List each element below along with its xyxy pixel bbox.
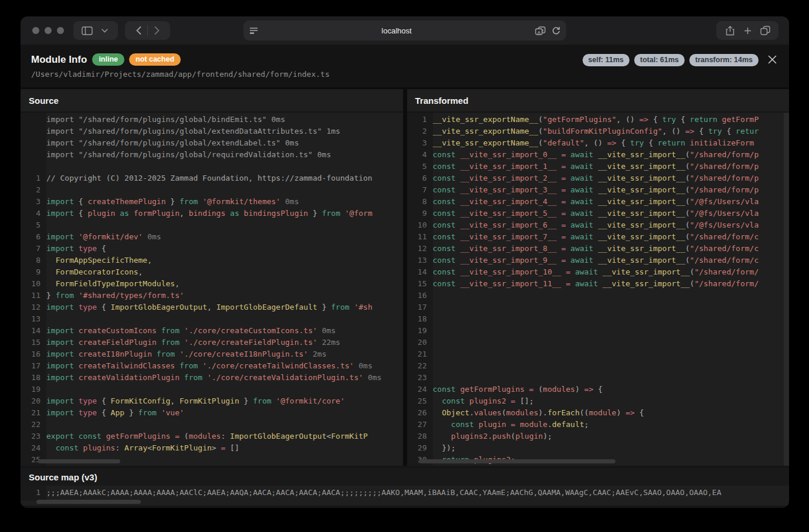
- code-text: import createFieldPlugin from './core/cr…: [46, 337, 340, 348]
- code-text: import type { FormKitConfig, FormKitPlug…: [46, 395, 345, 407]
- sidebar-menu-button[interactable]: [96, 21, 113, 40]
- forward-button[interactable]: [148, 21, 165, 40]
- code-line: 21import type { App } from 'vue': [21, 407, 403, 419]
- reader-icon[interactable]: [249, 27, 258, 35]
- code-line: 15const __vite_ssr_import_11__ = await _…: [407, 278, 790, 290]
- code-text: import createI18nPlugin from './core/cre…: [46, 348, 326, 360]
- code-line: 20: [407, 337, 790, 348]
- line-number: 5: [407, 161, 433, 172]
- code-line: 16import createI18nPlugin from './core/c…: [21, 348, 403, 360]
- line-number: 22: [407, 360, 433, 372]
- code-text: import { plugin as formPlugin, bindings …: [46, 208, 373, 219]
- tab-overview-button[interactable]: [756, 21, 774, 40]
- new-tab-button[interactable]: [739, 21, 756, 40]
- line-number: [21, 114, 46, 126]
- sourcemap-hscrollbar[interactable]: [36, 500, 141, 504]
- code-line: 11} from '#shared/types/form.ts': [21, 290, 403, 301]
- back-icon: [136, 26, 141, 35]
- status-badge: not cached: [129, 53, 181, 66]
- close-icon: [768, 55, 777, 64]
- code-line: 1__vite_ssr_exportName__("getFormPlugins…: [407, 114, 790, 126]
- transformed-vscrollbar[interactable]: [784, 113, 789, 466]
- back-button[interactable]: [130, 21, 147, 40]
- line-number: 14: [21, 325, 46, 337]
- code-text: const __vite_ssr_import_7__ = await __vi…: [433, 231, 759, 243]
- transformed-hscrollbar[interactable]: [419, 459, 615, 463]
- sourcemap-code[interactable]: 1;;;AAEA;AAAkC;AAAA;AAAA;AAAA;AAClC;AAEA…: [21, 486, 789, 501]
- code-line: 6const __vite_ssr_import_2__ = await __v…: [407, 172, 790, 184]
- line-number: 19: [407, 325, 433, 337]
- code-line: 5: [21, 219, 403, 231]
- url-text: localhost: [258, 26, 535, 35]
- sidebar-icon: [82, 26, 93, 35]
- code-text: FormAppSpecificTheme,: [46, 255, 152, 266]
- code-line: 15import createFieldPlugin from './core/…: [21, 337, 403, 348]
- line-number: 16: [21, 348, 46, 360]
- line-number: 1: [407, 114, 433, 126]
- code-line: 27 const plugin = module.default;: [407, 419, 790, 431]
- code-text: const __vite_ssr_import_4__ = await __vi…: [433, 196, 759, 208]
- code-line: 19: [407, 325, 790, 337]
- module-badges: inlinenot cached: [92, 53, 181, 66]
- code-line: 14import createCustomIcons from './core/…: [21, 325, 403, 337]
- address-bar[interactable]: localhost Ax: [243, 21, 566, 40]
- sidebar-toggle-button[interactable]: [78, 21, 96, 40]
- line-number: 12: [407, 243, 433, 255]
- line-number: 5: [21, 219, 46, 231]
- screen: { "browser": { "url": "localhost" }, "he…: [0, 0, 809, 532]
- code-text: import type { App } from 'vue': [46, 407, 184, 419]
- source-hscrollbar[interactable]: [38, 459, 120, 463]
- window-close-button[interactable]: [32, 27, 39, 34]
- code-text: const __vite_ssr_import_2__ = await __vi…: [433, 172, 759, 184]
- translate-icon[interactable]: Ax: [535, 26, 546, 35]
- share-button[interactable]: [721, 21, 739, 40]
- nav-buttons-group: [125, 21, 170, 40]
- line-number: 4: [21, 208, 46, 219]
- code-text: import "/shared/form/plugins/global/bind…: [46, 114, 285, 126]
- line-number: 8: [21, 255, 46, 266]
- line-number: 24: [407, 384, 433, 395]
- code-line: 7const __vite_ssr_import_3__ = await __v…: [407, 184, 790, 196]
- window-actions-group: [716, 21, 778, 40]
- line-number: 21: [21, 407, 46, 419]
- window-zoom-button[interactable]: [57, 27, 64, 34]
- code-text: ;;;AAEA;AAAkC;AAAA;AAAA;AAAA;AAClC;AAEA;…: [46, 487, 722, 499]
- code-line: 4import { plugin as formPlugin, bindings…: [21, 208, 403, 219]
- line-number: 9: [21, 266, 46, 278]
- reload-icon[interactable]: [551, 26, 560, 35]
- line-number: 1: [21, 172, 46, 184]
- browser-window: localhost Ax: [21, 16, 789, 508]
- window-minimize-button[interactable]: [45, 27, 52, 34]
- line-number: [21, 149, 46, 161]
- close-button[interactable]: [764, 52, 780, 67]
- code-line: 20import type { FormKitConfig, FormKitPl…: [21, 395, 403, 407]
- code-line: 2: [21, 184, 403, 196]
- line-number: 20: [407, 337, 433, 348]
- code-line: 6import '@formkit/dev' 0ms: [21, 231, 403, 243]
- source-code[interactable]: import "/shared/form/plugins/global/bind…: [21, 113, 403, 466]
- source-panel: Source import "/shared/form/plugins/glob…: [21, 89, 403, 466]
- transformed-code[interactable]: 1__vite_ssr_exportName__("getFormPlugins…: [407, 113, 790, 466]
- code-text: import "/shared/form/plugins/global/requ…: [46, 149, 331, 161]
- code-line: 12const __vite_ssr_import_8__ = await __…: [407, 243, 790, 255]
- code-text: const plugins: Array<FormKitPlugin> = []: [46, 442, 239, 454]
- code-text: const __vite_ssr_import_3__ = await __vi…: [433, 184, 759, 196]
- code-text: plugins2.push(plugin);: [433, 431, 553, 442]
- line-number: 9: [407, 208, 433, 219]
- code-text: import { createThemePlugin } from '@form…: [46, 196, 299, 208]
- line-number: 6: [21, 231, 46, 243]
- code-line: 25 const plugins2 = [];: [407, 395, 790, 407]
- code-text: import createTailwindClasses from './cor…: [46, 360, 373, 372]
- code-text: import '@formkit/dev' 0ms: [46, 231, 161, 243]
- code-text: __vite_ssr_exportName__("buildFormKitPlu…: [433, 126, 759, 137]
- line-number: 1: [21, 487, 46, 499]
- line-number: 3: [407, 137, 433, 149]
- code-line: 2__vite_ssr_exportName__("buildFormKitPl…: [407, 126, 790, 137]
- code-line: 23export const getFormPlugins = (modules…: [21, 431, 403, 442]
- code-line: 18: [407, 313, 790, 325]
- sourcemap-title: Source map (v3): [21, 468, 789, 486]
- timing-badge: total: 61ms: [634, 54, 685, 66]
- code-text: const __vite_ssr_import_11__ = await __v…: [433, 278, 759, 290]
- code-text: import createValidationPlugin from './co…: [46, 372, 381, 384]
- code-line: 8const __vite_ssr_import_4__ = await __v…: [407, 196, 790, 208]
